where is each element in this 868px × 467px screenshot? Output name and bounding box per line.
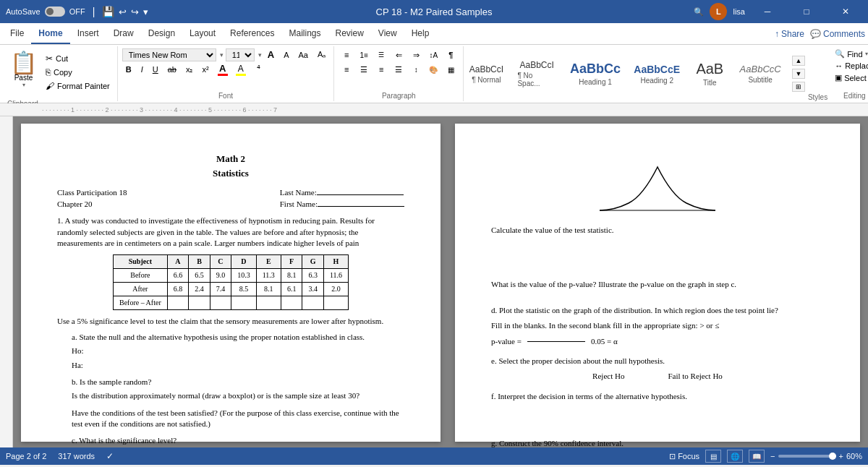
title-bar: AutoSave OFF | 💾 ↩ ↪ ▾ CP 18 - M2 Paired… [0,0,868,23]
copy-button[interactable]: ⎘ Copy [43,66,113,79]
paste-chevron[interactable]: ▾ [22,82,25,88]
superscript-button[interactable]: x² [198,64,212,75]
share-button[interactable]: ↑ Share [775,29,804,39]
case-button[interactable]: Aₐ [314,48,329,61]
document-title: CP 18 - M2 Paired Samples [376,7,493,17]
print-layout-view-button[interactable]: ▤ [705,450,721,463]
style-subtitle[interactable]: AaBbCcC Subtitle [734,61,786,86]
paste-button[interactable]: 📋 Paste ▾ [7,49,40,91]
line-spacing-button[interactable]: ↕ [408,62,424,77]
style-normal[interactable]: AaBbCcI ¶ Normal [464,62,509,86]
tab-home[interactable]: Home [31,24,69,44]
highlight-button[interactable]: A [233,62,249,77]
styles-expand[interactable]: ⊞ [792,82,805,92]
font-row-1: Times New Rom ▾ 11 ▾ A A Aa Aₐ [122,48,330,61]
subscript-button[interactable]: x₂ [182,64,197,76]
user-avatar[interactable]: L [710,3,727,20]
replace-button[interactable]: ↔ Replace [832,60,868,72]
text-highlight-color-button[interactable]: ⁴ [251,62,267,77]
focus-button[interactable]: ⊡ Focus [669,452,699,461]
calculate-question: Calculate the value of the test statisti… [491,225,824,236]
borders-button[interactable]: ▦ [443,62,459,77]
document-area[interactable]: Math 2 Statistics Class Participation 18… [13,116,868,447]
tab-view[interactable]: View [371,24,404,44]
tab-file[interactable]: File [3,24,31,44]
style-heading1[interactable]: AaBbCc Heading 1 [565,59,626,88]
style-title-preview: AaB [696,61,723,77]
numbering-button[interactable]: 1≡ [356,48,372,62]
status-left: Page 2 of 2 317 words ✓ [6,451,114,461]
style-subtitle-preview: AaBbCcC [740,64,781,74]
tab-mailings[interactable]: Mailings [281,24,328,44]
style-nospace-label: ¶ No Spac... [517,72,556,87]
styles-scroll-down[interactable]: ▼ [792,69,805,79]
part-g: g. Construct the 90% confidence interval… [491,438,824,447]
ribbon: File Home Insert Draw Design Layout Refe… [0,23,868,103]
status-bar: Page 2 of 2 317 words ✓ ⊡ Focus ▤ 🌐 📖 − … [0,447,868,465]
proofing-icon[interactable]: ✓ [106,451,114,461]
save-icon[interactable]: 💾 [102,6,114,17]
font-expand-icon[interactable]: ▾ [220,51,224,59]
tab-insert[interactable]: Insert [70,24,106,44]
zoom-out-button[interactable]: − [770,452,775,460]
document-page-left: Math 2 Statistics Class Participation 18… [21,124,441,442]
restore-button[interactable]: □ [790,0,823,23]
strikethrough-button[interactable]: ab [164,64,180,75]
bold-button[interactable]: B [122,64,135,75]
justify-button[interactable]: ☰ [391,62,407,77]
shading-button[interactable]: 🎨 [425,62,441,77]
show-hide-button[interactable]: ¶ [443,48,459,62]
close-button[interactable]: ✕ [829,0,862,23]
clear-format-button[interactable]: Aa [294,49,311,61]
font-color-button[interactable]: A [215,61,231,77]
undo-icon[interactable]: ↩ [119,7,127,17]
style-subtitle-label: Subtitle [748,76,772,84]
styles-group-label: Styles [808,92,827,101]
tab-draw[interactable]: Draw [106,24,141,44]
font-family-select[interactable]: Times New Rom [122,48,216,61]
format-painter-button[interactable]: 🖌 Format Painter [43,80,113,93]
page-info: Page 2 of 2 [6,452,46,460]
tab-help[interactable]: Help [404,24,437,44]
redo-icon[interactable]: ↪ [131,7,139,17]
decision-row: Reject Ho Fail to Reject Ho [491,371,824,382]
style-heading2[interactable]: AaBbCcE Heading 2 [629,61,685,87]
autosave-toggle[interactable] [45,7,65,17]
minimize-button[interactable]: ─ [751,0,784,23]
decrease-indent-button[interactable]: ⇐ [391,48,407,62]
styles-scroll-up[interactable]: ▲ [792,56,805,66]
comments-button[interactable]: 💬 Comments [810,29,865,39]
styles-scroll: ▲ ▼ ⊞ [792,56,805,92]
tab-design[interactable]: Design [141,24,182,44]
tab-review[interactable]: Review [328,24,371,44]
style-title[interactable]: AaB Title [688,59,731,89]
read-view-button[interactable]: 📖 [749,450,765,463]
style-heading2-label: Heading 2 [640,77,673,85]
style-nospace[interactable]: AaBbCcI ¶ No Spac... [511,58,561,90]
bullets-button[interactable]: ≡ [339,48,354,62]
select-button[interactable]: ▣ Select ▾ [832,72,868,84]
find-button[interactable]: 🔍 Find ▾ [832,48,868,60]
italic-button[interactable]: I [137,64,147,75]
zoom-slider[interactable] [778,455,836,458]
tab-references[interactable]: References [223,24,281,44]
increase-indent-button[interactable]: ⇒ [408,48,424,62]
align-left-button[interactable]: ≡ [339,62,354,77]
web-view-button[interactable]: 🌐 [727,450,743,463]
align-right-button[interactable]: ≡ [373,62,389,77]
font-shrink-button[interactable]: A [280,49,292,61]
font-size-select[interactable]: 11 [226,48,255,61]
more-icon[interactable]: ▾ [143,7,148,17]
sort-button[interactable]: ↕A [425,48,441,62]
tab-layout[interactable]: Layout [182,24,223,44]
font-grow-button[interactable]: A [264,48,278,61]
multilevel-button[interactable]: ☰ [373,48,389,62]
underline-button[interactable]: U [149,64,162,75]
reject-ho-label: Reject Ho [592,371,624,382]
align-center-button[interactable]: ☰ [356,62,372,77]
cut-button[interactable]: ✂ Cut [43,52,113,65]
search-box[interactable]: 🔍 [694,7,704,17]
part-b: b. Is the sample random? Is the distribu… [72,377,404,430]
fontsize-expand-icon[interactable]: ▾ [258,51,262,59]
zoom-in-button[interactable]: + [839,452,843,460]
